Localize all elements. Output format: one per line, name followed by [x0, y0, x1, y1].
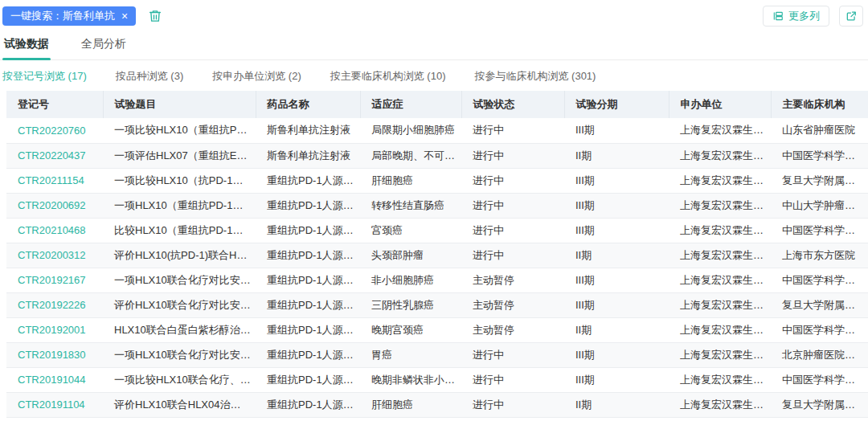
- sponsor-cell: 上海复宏汉霖生物技...: [669, 268, 771, 292]
- phase-cell: II期: [564, 392, 669, 417]
- sponsor-cell: 上海复宏汉霖生物技...: [669, 143, 771, 168]
- drug-name-cell: 斯鲁利单抗注射液: [256, 118, 360, 143]
- registration-number-link[interactable]: CTR20190907: [6, 417, 103, 421]
- sponsor-cell: 上海复宏汉霖生物技...: [669, 417, 771, 421]
- drug-name-cell: 重组抗PD-1人源化单...: [256, 342, 360, 367]
- institution-cell: 复旦大学附属中山医院: [771, 168, 868, 193]
- trial-title-cell: 评价HLX10联合化疗对比安慰剂联...: [103, 292, 256, 317]
- indication-cell: 局部晚期、不可切除...: [360, 143, 461, 168]
- table-row: CTR20220437 一项评估HLX07（重组抗EGFR人... 斯鲁利单抗注…: [6, 143, 868, 168]
- institution-cell: 中国医学科学院肿瘤...: [771, 367, 868, 392]
- registration-number-link[interactable]: CTR20192167: [6, 268, 103, 292]
- toolbar: 一键搜索：斯鲁利单抗 × 更多列: [0, 0, 868, 27]
- filter-by-variety[interactable]: 按品种浏览 (3): [116, 69, 184, 84]
- columns-icon: [772, 10, 784, 22]
- trial-title-cell: 一项HLX10联合化疗对比安慰剂联...: [103, 268, 256, 292]
- sponsor-cell: 上海复宏汉霖生物技...: [669, 218, 771, 243]
- tab-bar: 试验数据 全局分析: [0, 30, 868, 60]
- table-row: CTR20211154 一项比较HLX10（抗PD-1抗体）... 重组抗PD-…: [6, 168, 868, 193]
- table-row: CTR20192001 HLX10联合白蛋白紫杉醇治疗经晚... 重组抗PD-1…: [6, 317, 868, 342]
- table-row: CTR20191104 评价HLX10联合HLX04治疗晚期肝... 重组抗PD…: [6, 392, 868, 417]
- phase-cell: III期: [564, 193, 669, 218]
- status-cell: 进行中: [461, 392, 564, 417]
- phase-cell: III期: [564, 342, 669, 367]
- col-header-registration-number: 登记号: [6, 91, 103, 118]
- indication-cell: 肝细胞癌: [360, 392, 461, 417]
- status-cell: 主动暂停: [461, 292, 564, 317]
- registration-number-link[interactable]: CTR20220437: [6, 143, 103, 168]
- filter-by-participating-institution[interactable]: 按参与临床机构浏览 (301): [474, 69, 596, 84]
- tab-trial-data[interactable]: 试验数据: [2, 30, 51, 59]
- indication-cell: 胃癌: [360, 342, 461, 367]
- drug-name-cell: 重组抗PD-1人源化单...: [256, 243, 360, 268]
- status-cell: 进行中: [461, 168, 564, 193]
- institution-cell: 上海市东方医院: [771, 243, 868, 268]
- phase-cell: III期: [564, 367, 669, 392]
- close-icon[interactable]: ×: [121, 10, 128, 22]
- filter-bar: 按登记号浏览 (17) 按品种浏览 (3) 按申办单位浏览 (2) 按主要临床机…: [0, 60, 868, 91]
- sponsor-cell: 上海复宏汉霖生物技...: [669, 118, 771, 143]
- registration-number-link[interactable]: CTR20200312: [6, 243, 103, 268]
- drug-name-cell: 重组抗PD-1人源化单...: [256, 218, 360, 243]
- drug-name-cell: 重组抗PD-1人源化单...: [256, 317, 360, 342]
- toolbar-right: 更多列: [763, 6, 863, 27]
- status-cell: 主动暂停: [461, 317, 564, 342]
- phase-cell: II期: [564, 143, 669, 168]
- sponsor-cell: 上海复宏汉霖生物技...: [669, 367, 771, 392]
- trial-title-cell: 一项HLX10（重组抗PD-1人源化...: [103, 193, 256, 218]
- status-cell: 进行中: [461, 193, 564, 218]
- phase-cell: III期: [564, 292, 669, 317]
- institution-cell: 山东省肿瘤医院: [771, 118, 868, 143]
- tab-global-analysis[interactable]: 全局分析: [80, 30, 128, 59]
- phase-cell: III期: [564, 118, 669, 143]
- indication-cell: 晚期非鳞状非小细胞...: [360, 367, 461, 392]
- drug-name-cell: 重组抗PD-1人源化单...: [256, 193, 360, 218]
- status-cell: 进行中: [461, 417, 564, 421]
- table-row: CTR20192226 评价HLX10联合化疗对比安慰剂联... 重组抗PD-1…: [6, 292, 868, 317]
- filter-by-main-institution[interactable]: 按主要临床机构浏览 (10): [330, 69, 446, 84]
- indication-cell: 局部晚期或转移性鳞...: [360, 417, 461, 421]
- indication-cell: 三阴性乳腺癌: [360, 292, 461, 317]
- registration-number-link[interactable]: CTR20192001: [6, 317, 103, 342]
- external-link-button[interactable]: [839, 6, 863, 27]
- col-header-trial-title: 试验题目: [103, 91, 256, 118]
- col-header-drug-name: 药品名称: [256, 91, 360, 118]
- registration-number-link[interactable]: CTR20191044: [6, 367, 103, 392]
- indication-cell: 宫颈癌: [360, 218, 461, 243]
- col-header-main-institution: 主要临床机构: [771, 91, 868, 118]
- registration-number-link[interactable]: CTR20192226: [6, 292, 103, 317]
- phase-cell: III期: [564, 168, 669, 193]
- registration-number-link[interactable]: CTR20220760: [6, 118, 103, 143]
- drug-name-cell: 斯鲁利单抗注射液: [256, 143, 360, 168]
- indication-cell: 头颈部肿瘤: [360, 243, 461, 268]
- filter-by-registration-number[interactable]: 按登记号浏览 (17): [2, 69, 87, 84]
- trash-icon[interactable]: [148, 9, 162, 23]
- registration-number-link[interactable]: CTR20210468: [6, 218, 103, 243]
- phase-cell: II期: [564, 317, 669, 342]
- drug-name-cell: 重组抗PD-1人源化单...: [256, 367, 360, 392]
- sponsor-cell: 上海复宏汉霖生物技...: [669, 193, 771, 218]
- table-row: CTR20200692 一项HLX10（重组抗PD-1人源化... 重组抗PD-…: [6, 193, 868, 218]
- trials-table: 登记号 试验题目 药品名称 适应症 试验状态 试验分期 申办单位 主要临床机构 …: [6, 91, 868, 421]
- institution-cell: 复旦大学附属肿瘤医院: [771, 292, 868, 317]
- drug-name-cell: 重组抗PD-1人源化单...: [256, 392, 360, 417]
- sponsor-cell: 上海复宏汉霖生物技...: [669, 317, 771, 342]
- institution-cell: 中国医学科学院肿瘤...: [771, 218, 868, 243]
- registration-number-link[interactable]: CTR20191830: [6, 342, 103, 367]
- more-columns-button[interactable]: 更多列: [763, 6, 829, 27]
- table-row: CTR20220760 一项比较HLX10（重组抗PD-1人... 斯鲁利单抗注…: [6, 118, 868, 143]
- trial-title-cell: 一项HLX10联合化疗对比安慰剂联...: [103, 342, 256, 367]
- table-row: CTR20192167 一项HLX10联合化疗对比安慰剂联... 重组抗PD-1…: [6, 268, 868, 292]
- registration-number-link[interactable]: CTR20200692: [6, 193, 103, 218]
- drug-name-cell: 重组抗PD-1人源化单...: [256, 268, 360, 292]
- registration-number-link[interactable]: CTR20191104: [6, 392, 103, 417]
- col-header-indication: 适应症: [360, 91, 461, 118]
- registration-number-link[interactable]: CTR20211154: [6, 168, 103, 193]
- filter-by-sponsor[interactable]: 按申办单位浏览 (2): [212, 69, 301, 84]
- external-link-icon: [845, 10, 857, 22]
- status-cell: 进行中: [461, 143, 564, 168]
- search-tag[interactable]: 一键搜索：斯鲁利单抗 ×: [2, 6, 136, 26]
- indication-cell: 局限期小细胞肺癌: [360, 118, 461, 143]
- trial-title-cell: HLX10联合白蛋白紫杉醇治疗经晚...: [103, 317, 256, 342]
- trial-title-cell: 一项评估HLX07（重组抗EGFR人...: [103, 143, 256, 168]
